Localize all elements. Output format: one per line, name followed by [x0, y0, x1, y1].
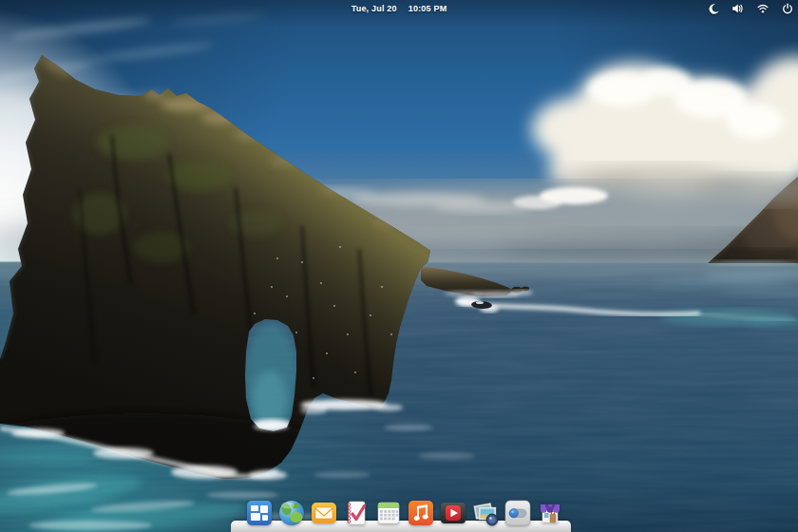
envelope-icon [310, 499, 338, 527]
dock-item-videos[interactable] [439, 499, 467, 527]
switchboard-icon [504, 499, 532, 527]
datetime-indicator[interactable]: Tue, Jul 20 10:05 PM [352, 4, 447, 13]
moon-icon [708, 3, 719, 14]
panel-date: Tue, Jul 20 [352, 4, 397, 13]
music-note-icon [407, 499, 435, 527]
play-icon [439, 499, 467, 527]
wallpaper-drangarnir [0, 0, 798, 532]
nightlight-indicator[interactable] [707, 2, 719, 15]
session-indicator[interactable] [781, 2, 793, 15]
panel-indicators [707, 0, 796, 17]
desktop: Tue, Jul 20 10:05 PM [0, 0, 798, 532]
dock-item-photos[interactable] [471, 499, 500, 527]
top-panel: Tue, Jul 20 10:05 PM [0, 0, 798, 17]
dock-item-music[interactable] [407, 499, 435, 527]
dock-item-calendar[interactable] [374, 499, 403, 527]
globe-icon [277, 499, 306, 527]
calendar-icon [374, 499, 403, 527]
dock-item-tasks[interactable] [342, 499, 370, 527]
power-icon [782, 3, 793, 14]
panel-time: 10:05 PM [408, 4, 447, 13]
dock-item-mail[interactable] [310, 499, 338, 527]
dock-item-web[interactable] [277, 499, 306, 527]
dock-icons [245, 499, 564, 527]
network-indicator[interactable] [756, 2, 769, 15]
storefront-icon [536, 499, 564, 527]
dock-item-multitasking[interactable] [245, 499, 274, 527]
multitasking-icon [245, 499, 274, 527]
speaker-icon [732, 3, 744, 14]
photos-icon [471, 499, 500, 527]
wifi-icon [757, 3, 769, 14]
sound-indicator[interactable] [732, 2, 744, 15]
checklist-icon [342, 499, 370, 527]
dock-item-settings[interactable] [504, 499, 532, 527]
dock-item-appcenter[interactable] [536, 499, 564, 527]
